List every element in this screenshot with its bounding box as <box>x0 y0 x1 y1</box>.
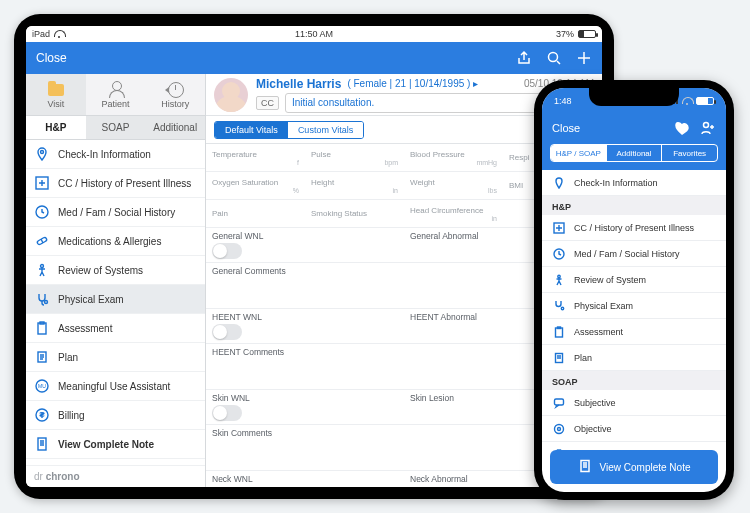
clipboard-icon <box>34 320 50 336</box>
patient-name-link[interactable]: Michelle Harris <box>256 77 341 91</box>
nav-complete[interactable]: View Complete Note <box>26 430 205 459</box>
pin-icon <box>34 146 50 162</box>
vg-smoking[interactable]: Smoking Status <box>305 200 404 227</box>
tab-additional[interactable]: Additional <box>145 116 205 139</box>
doc-icon <box>578 459 592 475</box>
iph-assess[interactable]: Assessment <box>542 319 726 345</box>
nav-cc-label: CC / History of Present Illness <box>58 178 191 189</box>
tab-hp[interactable]: H&P <box>26 116 86 139</box>
close-button[interactable]: Close <box>36 51 67 65</box>
nav-med[interactable]: Med / Fam / Social History <box>26 198 205 227</box>
seg-history[interactable]: History <box>145 74 205 115</box>
patient-meta[interactable]: ( Female | 21 | 10/14/1995 ) ▸ <box>347 78 478 89</box>
toggle[interactable] <box>212 243 242 259</box>
iph-nav-bar: Close <box>542 114 726 142</box>
toggle[interactable] <box>212 324 242 340</box>
seg-visit[interactable]: Visit <box>26 74 86 115</box>
patient-icon <box>107 81 125 97</box>
heart-icon[interactable] <box>674 120 690 136</box>
skin-wnl-field[interactable]: Skin WNL <box>206 390 404 424</box>
iph-cc[interactable]: CC / History of Present Illness <box>542 215 726 241</box>
iph-checkin-label: Check-In Information <box>574 178 658 188</box>
seg-custom-vitals[interactable]: Custom Vitals <box>288 122 363 138</box>
vg-head[interactable]: Head Circumferencein <box>404 200 503 227</box>
svg-point-18 <box>561 307 563 309</box>
heent-wnl-field[interactable]: HEENT WNL <box>206 309 404 343</box>
add-icon[interactable] <box>576 50 592 66</box>
vitals-segment: Default Vitals Custom Vitals <box>214 121 364 139</box>
vg-weight[interactable]: Weightlbs <box>404 172 503 199</box>
brand-post: chrono <box>46 471 80 482</box>
nav-checkin[interactable]: Check-In Information <box>26 140 205 169</box>
iph-assess2[interactable]: Assessment <box>542 442 726 450</box>
iph-cc-label: CC / History of Present Illness <box>574 223 694 233</box>
svg-point-23 <box>555 424 564 433</box>
iph-med[interactable]: Med / Fam / Social History <box>542 241 726 267</box>
battery-icon <box>696 97 714 105</box>
view-complete-note-button[interactable]: View Complete Note <box>550 450 718 484</box>
iph-subj[interactable]: Subjective <box>542 390 726 416</box>
nav-cc[interactable]: CC / History of Present Illness <box>26 169 205 198</box>
vg-pulse[interactable]: Pulsebpm <box>305 144 404 171</box>
iph-checkin[interactable]: Check-In Information <box>542 170 726 196</box>
vg-o2[interactable]: Oxygen Saturation% <box>206 172 305 199</box>
vg-bp[interactable]: Blood PressuremmHg <box>404 144 503 171</box>
general-wnl-field[interactable]: General WNL <box>206 228 404 262</box>
tab-soap[interactable]: SOAP <box>86 116 146 139</box>
clock-label: 11:50 AM <box>295 29 333 39</box>
iph-body[interactable]: Check-In Information H&P CC / History of… <box>542 170 726 450</box>
nav-billing[interactable]: Billing <box>26 401 205 430</box>
vg-height[interactable]: Heightin <box>305 172 404 199</box>
svg-rect-13 <box>38 438 46 450</box>
nav-meds[interactable]: Medications & Allergies <box>26 227 205 256</box>
seg-patient-label: Patient <box>101 99 129 109</box>
seg-patient[interactable]: Patient <box>86 74 146 115</box>
iph-close-button[interactable]: Close <box>552 122 580 134</box>
share-icon[interactable] <box>516 50 532 66</box>
iph-assess-label: Assessment <box>574 327 623 337</box>
nav-mu[interactable]: MU Meaningful Use Assistant <box>26 372 205 401</box>
carrier-label: iPad <box>32 29 50 39</box>
iph-plan[interactable]: Plan <box>542 345 726 371</box>
iph-plan-label: Plan <box>574 353 592 363</box>
iph-seg-fav[interactable]: Favorites <box>661 145 717 161</box>
user-plus-icon[interactable] <box>700 120 716 136</box>
iphone-screen: 1:48 Close H&P / SOAP Additional Favorit… <box>542 88 726 492</box>
iph-seg-hp[interactable]: H&P / SOAP <box>551 145 606 161</box>
nav-billing-label: Billing <box>58 410 85 421</box>
svg-point-14 <box>704 123 709 128</box>
ipad-nav-bar: Close <box>26 42 602 74</box>
clock-icon <box>34 204 50 220</box>
body-icon <box>552 273 566 287</box>
svg-rect-19 <box>556 328 563 337</box>
iph-time: 1:48 <box>554 96 572 106</box>
seg-default-vitals[interactable]: Default Vitals <box>215 122 288 138</box>
svg-point-17 <box>558 275 560 277</box>
seg-visit-label: Visit <box>47 99 64 109</box>
brand-pre: dr <box>34 471 43 482</box>
nav-pe[interactable]: Physical Exam <box>26 285 205 314</box>
plus-box-icon <box>34 175 50 191</box>
nav-ros-label: Review of Systems <box>58 265 143 276</box>
wifi-icon <box>54 30 64 38</box>
cc-input[interactable] <box>285 93 544 113</box>
nav-assess[interactable]: Assessment <box>26 314 205 343</box>
nav-plan[interactable]: Plan <box>26 343 205 372</box>
iph-obj[interactable]: Objective <box>542 416 726 442</box>
iph-ros[interactable]: Review of System <box>542 267 726 293</box>
nav-list[interactable]: Check-In Information CC / History of Pre… <box>26 140 205 465</box>
toggle[interactable] <box>212 405 242 421</box>
note-icon <box>552 351 566 365</box>
vg-temp[interactable]: Temperaturef <box>206 144 305 171</box>
nav-ros[interactable]: Review of Systems <box>26 256 205 285</box>
avatar[interactable] <box>214 78 248 112</box>
neck-wnl-field[interactable]: Neck WNL <box>206 471 404 487</box>
cc-label: CC <box>256 96 279 110</box>
iph-seg-additional[interactable]: Additional <box>606 145 662 161</box>
vg-pain[interactable]: Pain <box>206 200 305 227</box>
nav-plan-label: Plan <box>58 352 78 363</box>
iph-pe[interactable]: Physical Exam <box>542 293 726 319</box>
iph-section-hp: H&P <box>542 196 726 215</box>
search-icon[interactable] <box>546 50 562 66</box>
stethoscope-icon <box>34 291 50 307</box>
